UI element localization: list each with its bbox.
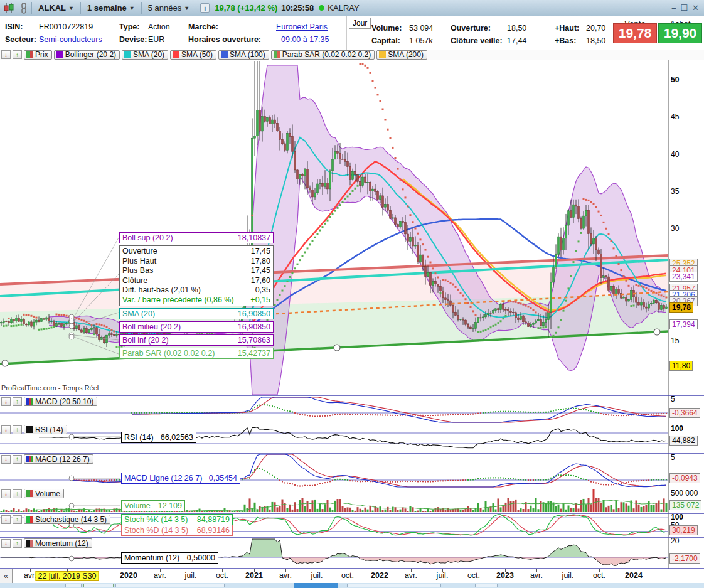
quote-time: 10:25:58	[281, 3, 314, 13]
link-chain-icon[interactable]	[20, 3, 28, 14]
time-tick	[254, 569, 255, 572]
indicator-panels	[0, 397, 668, 565]
time-axis-label: avr.	[530, 571, 543, 580]
ohlc-label: Clôture	[122, 276, 147, 286]
axis-tick-label: 20	[671, 537, 679, 545]
window-controls: – ☐ ✕	[671, 3, 699, 13]
momentum-icon	[26, 540, 33, 547]
scrollbar-thumb[interactable]	[294, 583, 338, 588]
devise-value: EUR	[148, 35, 164, 44]
time-tick	[380, 569, 380, 572]
chart-canvas[interactable]	[0, 60, 668, 569]
tooltip-label: Volume	[124, 501, 151, 511]
indicator-chip-sma-200-[interactable]: SMA (200)	[376, 50, 427, 60]
move-down-button[interactable]: ↓	[1, 539, 11, 548]
scrollbar-segment	[115, 584, 225, 587]
tooltip-label: Boll sup (20 2)	[122, 233, 173, 242]
panel-legend-volume-icon: ↓↑Volume	[1, 489, 64, 498]
time-axis[interactable]: « avr.22 juil. 2019 S302020avr.juil.oct.…	[0, 569, 704, 583]
indicator-tooltip: Stoch %D (14 3 5)68,93146	[121, 525, 233, 536]
timeframe-dropdown[interactable]: 1 semaine ▼	[85, 3, 137, 13]
indicator-chip-momentum-icon[interactable]: Momentum (12)	[24, 538, 92, 548]
tooltip-label: Boll inf (20 2)	[122, 336, 169, 345]
buy-button[interactable]: 19,90	[658, 23, 702, 43]
ohlc-value: 17,45	[251, 266, 270, 276]
info-icon[interactable]: i	[200, 3, 210, 13]
move-up-button[interactable]: ↑	[13, 455, 22, 464]
indicator-chip-sma-50-[interactable]: SMA (50)	[170, 50, 216, 60]
move-down-button[interactable]: ↓	[1, 489, 11, 498]
time-axis-label: oct.	[341, 571, 354, 580]
move-down-button[interactable]: ↓	[1, 397, 11, 406]
indicator-chip-rsi-icon[interactable]: RSI (14)	[24, 425, 67, 434]
close-button[interactable]: ✕	[692, 3, 699, 13]
hover-marker	[69, 476, 74, 481]
macd2-icon	[26, 456, 33, 462]
last-price-change: 19,78 (+13,42 %)	[215, 3, 277, 13]
range-dropdown[interactable]: 5 années ▼	[146, 3, 192, 13]
move-up-button[interactable]: ↑	[13, 489, 22, 498]
tab-jour[interactable]: Jour	[349, 18, 371, 29]
drawing-handle[interactable]	[654, 329, 660, 335]
tooltip-label: Stoch %K (14 3 5)	[124, 515, 188, 525]
chip-label: Parab SAR (0.02 0.02 0.2)	[282, 50, 371, 59]
indicator-chip-prix[interactable]: Prix	[24, 50, 52, 60]
horaires-link[interactable]: 09:00 à 17:35	[281, 35, 329, 44]
indicator-tooltip: MACD Ligne (12 26 7)0,35454	[121, 473, 240, 484]
indicator-chip-sma-20-[interactable]: SMA (20)	[122, 50, 168, 60]
indicator-chip-bollinger-20-2-[interactable]: Bollinger (20 2)	[54, 50, 120, 60]
price-tooltip-stack: Boll sup (20 2)18,10837 Ouverture17,45Pl…	[119, 232, 274, 361]
axis-tick-label: 5	[671, 453, 675, 462]
move-down-button[interactable]: ↓	[1, 425, 11, 434]
horizontal-scrollbar[interactable]	[0, 583, 704, 588]
time-axis-label: juil.	[185, 571, 197, 580]
tooltip-label: Momentum (12)	[124, 553, 179, 563]
move-down-button[interactable]: ↓	[1, 50, 11, 59]
divider	[346, 16, 347, 50]
price-tick-label: 40	[671, 150, 679, 159]
chevron-down-icon: ▼	[68, 5, 74, 11]
separator	[31, 2, 32, 14]
time-axis-label: oct.	[593, 571, 605, 580]
move-down-button[interactable]: ↓	[1, 455, 11, 464]
chevron-down-icon: ▼	[129, 5, 135, 11]
drawing-handle[interactable]	[334, 345, 340, 351]
bas-value: 18,50	[586, 36, 605, 45]
tooltip-value: 0,35454	[209, 473, 237, 483]
indicator-chip-macd2-icon[interactable]: MACD (12 26 7)	[24, 454, 93, 464]
move-up-button[interactable]: ↑	[13, 515, 22, 524]
indicator-chip-macd-icon[interactable]: MACD (20 50 10)	[24, 397, 97, 406]
move-up-button[interactable]: ↑	[13, 425, 22, 434]
indicator-chip-parab-sar-0-02-0-02-0-2-[interactable]: Parab SAR (0.02 0.02 0.2)	[271, 50, 375, 60]
maximize-button[interactable]: ☐	[680, 3, 688, 13]
chip-label: SMA (50)	[181, 50, 213, 59]
sell-button[interactable]: 19,78	[613, 23, 657, 43]
instrument-info-bar: ISIN: FR0010722819 Secteur: Semi-conduct…	[0, 16, 704, 50]
timeframe-label: 1 semaine	[87, 3, 127, 13]
instrument-name: KALRAY	[328, 3, 359, 13]
chart-area[interactable]: ProRealTime.com - Temps Réel Boll sup (2…	[0, 60, 704, 569]
drawing-handle[interactable]	[2, 360, 8, 366]
symbol-dropdown[interactable]: ALKAL ▼	[36, 3, 77, 13]
axis-value-box: 135 072	[669, 500, 701, 510]
price-tick-label: 35	[671, 187, 679, 196]
move-up-button[interactable]: ↑	[13, 50, 22, 59]
minimize-button[interactable]: –	[671, 3, 676, 13]
chip-label: SMA (100)	[230, 50, 265, 59]
secteur-link[interactable]: Semi-conducteurs	[39, 35, 102, 44]
indicator-chip-volume-icon[interactable]: Volume	[24, 489, 64, 498]
separator	[196, 2, 196, 14]
move-up-button[interactable]: ↑	[13, 397, 22, 406]
marche-link[interactable]: Euronext Paris	[276, 23, 328, 31]
indicator-chip-stochastic-icon[interactable]: Stochastique (14 3 5)	[24, 515, 110, 524]
indicator-chip-sma-100-[interactable]: SMA (100)	[218, 50, 269, 60]
tooltip-row: Boll milieu (20 2)16,90850	[119, 321, 274, 333]
chip-label: Momentum (12)	[35, 539, 88, 548]
indicator-tooltip: Volume12 109	[121, 500, 185, 511]
move-down-button[interactable]: ↓	[1, 515, 11, 524]
panel-separator	[0, 513, 704, 514]
time-axis-label: 2022	[371, 571, 388, 580]
ohlc-row: Plus Haut17,80	[122, 257, 270, 267]
scroll-back-button[interactable]: «	[0, 569, 13, 584]
move-up-button[interactable]: ↑	[13, 539, 22, 548]
